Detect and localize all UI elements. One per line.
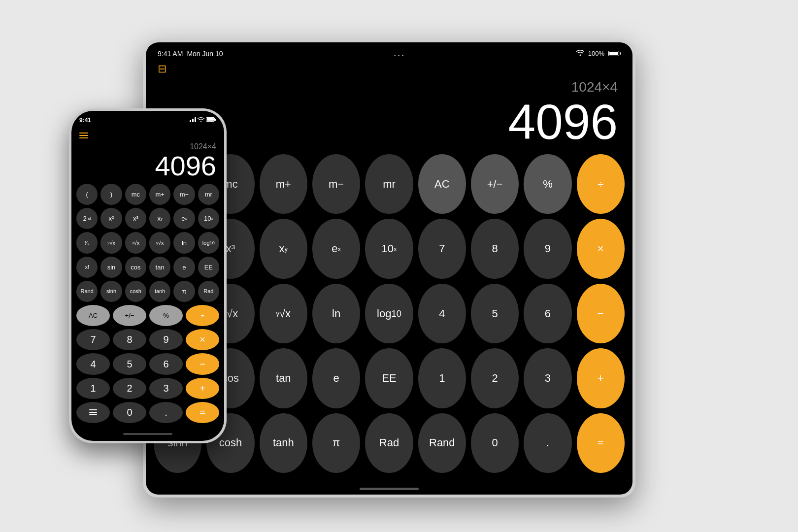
iphone-btn-rad[interactable]: Rad [198,281,219,302]
iphone-btn-10x[interactable]: 10x [198,208,219,229]
ipad-btn-9[interactable]: 9 [524,219,571,278]
iphone-status-bar: 9:41 [71,111,224,133]
iphone-btn-7[interactable]: 7 [76,329,110,350]
ipad-status-right: 100% [576,50,621,57]
ipad-btn-e[interactable]: e [312,348,360,408]
ipad-btn-tanh[interactable]: tanh [260,413,307,473]
iphone-btn-tanh[interactable]: tanh [149,281,170,302]
ipad-btn-6[interactable]: 6 [524,284,571,343]
ipad-btn-5[interactable]: 5 [471,284,519,343]
iphone-btn-1[interactable]: 1 [76,378,110,399]
iphone-btn-percent[interactable]: % [149,305,183,326]
iphone-btn-6[interactable]: 6 [149,353,183,374]
ipad-btn-plus[interactable]: + [577,348,625,408]
ipad-btn-multiply[interactable]: × [577,219,625,278]
ipad-toolbar: ⊟ [146,61,632,79]
iphone-btn-xcube[interactable]: x³ [125,208,146,229]
ipad-btn-ex[interactable]: ex [312,219,360,278]
iphone-row-7: 7 8 9 × [76,329,219,350]
iphone-btn-5[interactable]: 5 [113,353,146,374]
ipad-btn-divide[interactable]: ÷ [577,154,625,214]
ipad-battery-text: 100% [588,50,604,57]
iphone-btn-9[interactable]: 9 [149,329,183,350]
ipad-btn-0[interactable]: 0 [471,413,519,473]
iphone-btn-ee[interactable]: EE [198,257,219,278]
iphone-btn-log10[interactable]: log10 [198,232,219,253]
iphone-device: 9:41 [69,108,227,443]
iphone-btn-decimal[interactable]: . [149,402,183,423]
iphone-btn-sqrt2[interactable]: 2√x [100,232,122,253]
ipad-btn-7[interactable]: 7 [418,219,466,278]
iphone-btn-2nd[interactable]: 2nd [76,208,98,229]
ipad-btn-1[interactable]: 1 [418,348,466,408]
iphone-btn-sin[interactable]: sin [100,257,122,278]
iphone-row-1: ( ) mc m+ m− mr [76,184,219,205]
iphone-btn-sqrt3[interactable]: 3√x [125,232,146,253]
ipad-btn-equals[interactable]: = [577,413,625,473]
ipad-btn-mminus[interactable]: m− [312,154,360,214]
iphone-btn-multiply[interactable]: × [186,329,219,350]
iphone-btn-4[interactable]: 4 [76,353,110,374]
ipad-layout-icon[interactable]: ⊟ [158,63,166,75]
iphone-btn-ac[interactable]: AC [76,305,110,326]
ipad-btn-minus[interactable]: − [577,284,625,343]
iphone-btn-rand[interactable]: Rand [76,281,98,302]
ipad-btn-plusminus[interactable]: +/− [471,154,519,214]
iphone-btn-mr[interactable]: mr [198,184,219,205]
iphone-time: 9:41 [79,117,91,124]
iphone-btn-tan[interactable]: tan [149,257,170,278]
iphone-btn-3[interactable]: 3 [149,378,183,399]
iphone-btn-sinh[interactable]: sinh [100,281,122,302]
ipad-btn-ln[interactable]: ln [312,284,360,343]
ipad-btn-mplus[interactable]: m+ [260,154,307,214]
ipad-btn-log10[interactable]: log10 [365,284,413,343]
ipad-btn-3[interactable]: 3 [524,348,571,408]
iphone-btn-mplus[interactable]: m+ [149,184,170,205]
ipad-btn-xy[interactable]: xy [260,219,307,278]
iphone-btn-open-paren[interactable]: ( [76,184,98,205]
ipad-btn-sqrty[interactable]: y√x [260,284,307,343]
ipad-btn-8[interactable]: 8 [471,219,519,278]
ipad-btn-tan[interactable]: tan [260,348,307,408]
iphone-btn-ln[interactable]: ln [173,232,195,253]
iphone-btn-xfact[interactable]: x! [76,257,98,278]
iphone-btn-mminus[interactable]: m− [173,184,195,205]
iphone-btn-minus[interactable]: − [186,353,219,374]
iphone-btn-cosh[interactable]: cosh [125,281,146,302]
ipad-btn-mr[interactable]: mr [365,154,413,214]
iphone-btn-inv[interactable]: ¹⁄ₓ [76,232,98,253]
svg-rect-1 [89,412,97,413]
ipad-btn-rand[interactable]: Rand [418,413,466,473]
iphone-btn-sqrty[interactable]: y√x [149,232,170,253]
iphone-btn-ex[interactable]: ex [173,208,195,229]
iphone-btn-2[interactable]: 2 [113,378,146,399]
ipad-btn-ac[interactable]: AC [418,154,466,214]
ipad-btn-dot[interactable]: . [524,413,571,473]
iphone-btn-divide[interactable]: ÷ [186,305,219,326]
iphone-btn-e[interactable]: e [173,257,195,278]
iphone-btn-xsq[interactable]: x² [100,208,122,229]
iphone-btn-equals[interactable]: = [186,402,219,423]
ipad-btn-4[interactable]: 4 [418,284,466,343]
ipad-btn-10x[interactable]: 10x [365,219,413,278]
ipad-btn-rad[interactable]: Rad [365,413,413,473]
iphone-btn-xy[interactable]: xy [149,208,170,229]
ipad-btn-ee[interactable]: EE [365,348,413,408]
iphone-btn-pi[interactable]: π [173,281,195,302]
iphone-btn-0[interactable]: 0 [113,402,146,423]
ipad-btn-pi[interactable]: π [312,413,360,473]
iphone-list-icon[interactable] [79,133,88,138]
ipad-status-center: ... [394,48,405,59]
iphone-btn-plusminus[interactable]: +/− [113,305,146,326]
iphone-btn-plus[interactable]: + [186,378,219,399]
ipad-btn-2[interactable]: 2 [471,348,519,408]
iphone-btn-menu[interactable] [76,402,110,423]
iphone-btn-mc[interactable]: mc [125,184,146,205]
iphone-btn-close-paren[interactable]: ) [100,184,122,205]
ipad-menu-dots[interactable]: ... [394,48,405,59]
ipad-result: 4096 [161,97,618,146]
ipad-btn-percent[interactable]: % [524,154,571,214]
iphone-btn-8[interactable]: 8 [113,329,146,350]
iphone-row-8: 4 5 6 − [76,353,219,374]
iphone-btn-cos[interactable]: cos [125,257,146,278]
